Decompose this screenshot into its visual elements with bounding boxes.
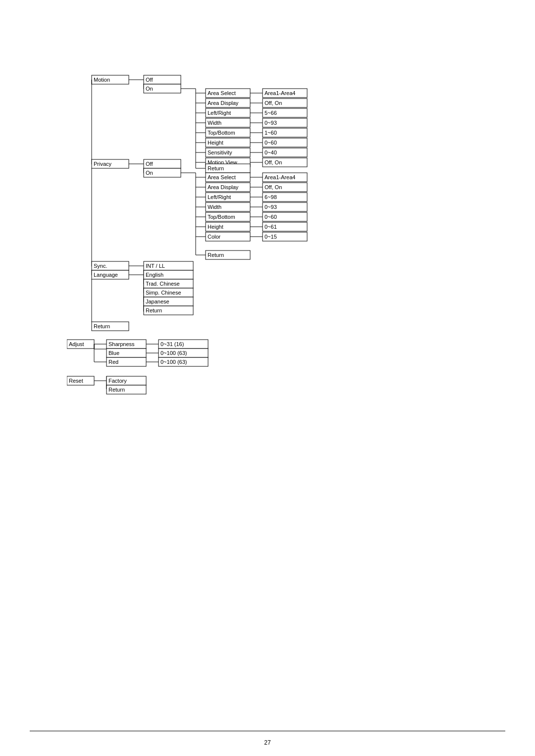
privacy-color-val: 0~15 (265, 234, 277, 240)
sharpness-label: Sharpness (108, 341, 135, 347)
privacy-on: On (146, 170, 153, 176)
lang-simp-chinese: Simp. Chinese (146, 290, 181, 296)
privacy-area-display-val: Off, On (265, 184, 282, 190)
sharpness-val: 0~31 (16) (160, 341, 184, 347)
main-return: Return (94, 323, 110, 329)
lang-return: Return (146, 307, 162, 313)
motion-leftright-val: 5~66 (265, 110, 277, 116)
motion-area-select: Area Select (208, 90, 236, 96)
motion-sensitivity-val: 0~40 (265, 150, 277, 155)
page-number: 27 (264, 739, 270, 746)
lang-japanese: Japanese (146, 299, 169, 304)
privacy-width: Width (208, 204, 221, 210)
motion-height-val: 0~60 (265, 140, 277, 146)
lang-trad-chinese: Trad. Chinese (146, 281, 180, 287)
motion-width-val: 0~93 (265, 120, 277, 126)
red-val: 0~100 (63) (160, 359, 187, 365)
privacy-area-display: Area Display (208, 184, 239, 190)
blue-val: 0~100 (63) (160, 350, 187, 356)
diagram-svg: text { font-family: Arial, sans-serif; f… (67, 30, 498, 401)
motion-area-display: Area Display (208, 100, 239, 106)
page-container: text { font-family: Arial, sans-serif; f… (0, 0, 535, 756)
privacy-area-select: Area Select (208, 174, 236, 180)
motion-off: Off (146, 77, 153, 83)
privacy-off: Off (146, 161, 153, 167)
privacy-color: Color (208, 234, 221, 240)
language-label: Language (94, 272, 118, 278)
blue-label: Blue (108, 350, 119, 356)
motion-return: Return (208, 165, 224, 171)
motion-label: Motion (94, 77, 110, 83)
privacy-leftright: Left/Right (208, 194, 231, 200)
privacy-label: Privacy (94, 161, 112, 167)
privacy-area-select-val: Area1-Area4 (265, 174, 295, 180)
motion-height: Height (208, 140, 223, 146)
adjust-label: Adjust (69, 341, 84, 347)
motion-area-select-val: Area1-Area4 (265, 90, 295, 96)
reset-label: Reset (69, 378, 83, 384)
motion-area-display-val: Off, On (265, 100, 282, 106)
motion-width: Width (208, 120, 221, 126)
diagram-container: text { font-family: Arial, sans-serif; f… (67, 30, 498, 402)
motion-on: On (146, 86, 153, 92)
privacy-leftright-val: 6~98 (265, 194, 277, 200)
privacy-height: Height (208, 224, 223, 230)
motion-view-val: Off, On (265, 159, 282, 165)
motion-topbottom: Top/Bottom (208, 130, 235, 136)
bottom-separator (30, 731, 505, 731)
privacy-topbottom-val: 0~60 (265, 214, 277, 220)
motion-topbottom-val: 1~60 (265, 130, 277, 136)
sync-label: Sync. (94, 263, 107, 269)
motion-sensitivity: Sensitivity (208, 150, 232, 155)
privacy-topbottom: Top/Bottom (208, 214, 235, 220)
lang-english: English (146, 272, 163, 278)
privacy-return: Return (208, 252, 224, 258)
factory-label: Factory (108, 378, 127, 384)
privacy-width-val: 0~93 (265, 204, 277, 210)
reset-return: Return (108, 387, 125, 393)
red-label: Red (108, 359, 118, 365)
motion-leftright: Left/Right (208, 110, 231, 116)
privacy-height-val: 0~61 (265, 224, 277, 230)
sync-value: INT / LL (146, 263, 165, 269)
